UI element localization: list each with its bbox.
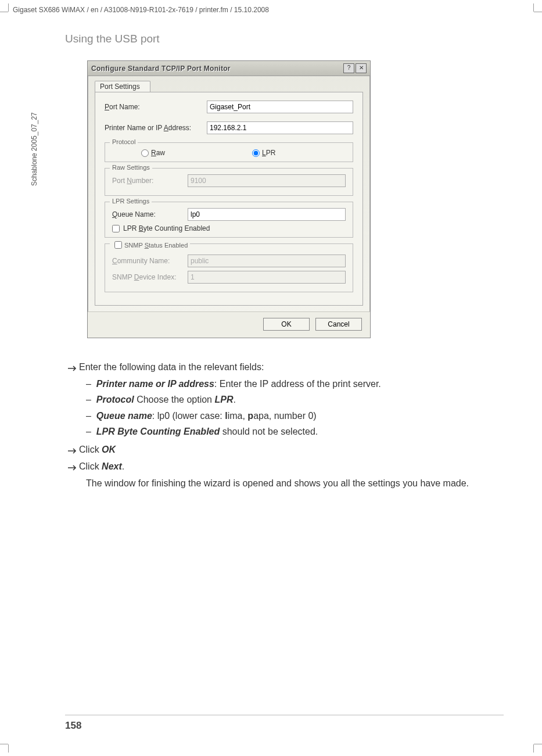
label-queue-name: Queue Name: (112, 210, 188, 218)
dialog-title: Configure Standard TCP/IP Port Monitor (91, 65, 342, 73)
section-heading: Using the USB port (65, 33, 504, 45)
dialog-configure-port: Configure Standard TCP/IP Port Monitor ?… (87, 60, 371, 338)
legend-raw: Raw Settings (110, 164, 152, 171)
legend-protocol: Protocol (110, 138, 138, 145)
input-community (188, 255, 346, 267)
arrow-icon (67, 460, 79, 473)
group-lpr-settings: LPR Settings Queue Name: LPR Byte Counti… (105, 202, 353, 238)
label-port-number: Port Number: (112, 177, 188, 185)
input-port-number (188, 174, 346, 187)
input-printer-address[interactable] (207, 121, 353, 134)
titlebar: Configure Standard TCP/IP Port Monitor ?… (88, 61, 370, 76)
help-icon[interactable]: ? (343, 63, 354, 73)
radio-raw[interactable]: Raw (141, 149, 165, 157)
checkbox-lpr-byte-box[interactable] (112, 225, 120, 232)
wizard-finish-text: The window for finishing the wizard is o… (86, 476, 501, 490)
doc-header: Gigaset SX686 WiMAX / en / A31008-N919-R… (13, 6, 269, 14)
footer-rule (65, 715, 504, 715)
legend-snmp: SNMP Status Enabled (110, 239, 190, 250)
doc-template-label: Schablone 2005_07_27 (30, 112, 38, 186)
arrow-icon (67, 443, 79, 456)
input-queue-name[interactable] (188, 208, 346, 221)
label-community: Community Name: (112, 257, 188, 265)
group-snmp: SNMP Status Enabled Community Name: SNMP… (105, 243, 353, 292)
checkbox-snmp[interactable] (114, 241, 122, 249)
cancel-button[interactable]: Cancel (315, 318, 362, 331)
input-snmp-index (188, 271, 346, 284)
label-port-name: Port Name: (105, 103, 207, 111)
close-icon[interactable]: ✕ (356, 63, 367, 73)
legend-lpr: LPR Settings (110, 198, 152, 205)
label-snmp-index: SNMP Device Index: (112, 273, 188, 281)
ok-button[interactable]: OK (263, 318, 310, 331)
arrow-icon (67, 360, 79, 374)
tab-port-settings[interactable]: Port Settings (95, 81, 150, 92)
input-port-name[interactable] (207, 101, 353, 113)
radio-lpr[interactable]: LPR (252, 149, 275, 157)
group-protocol: Protocol Raw LPR (105, 142, 353, 162)
label-printer-address: Printer Name or IP Address: (105, 124, 207, 132)
label-lpr-byte: LPR Byte Counting Enabled (123, 224, 210, 232)
page-number: 158 (65, 720, 81, 732)
instructions: Enter the following data in the relevant… (65, 360, 501, 490)
checkbox-lpr-byte[interactable]: LPR Byte Counting Enabled (112, 224, 346, 232)
group-raw-settings: Raw Settings Port Number: (105, 168, 353, 196)
